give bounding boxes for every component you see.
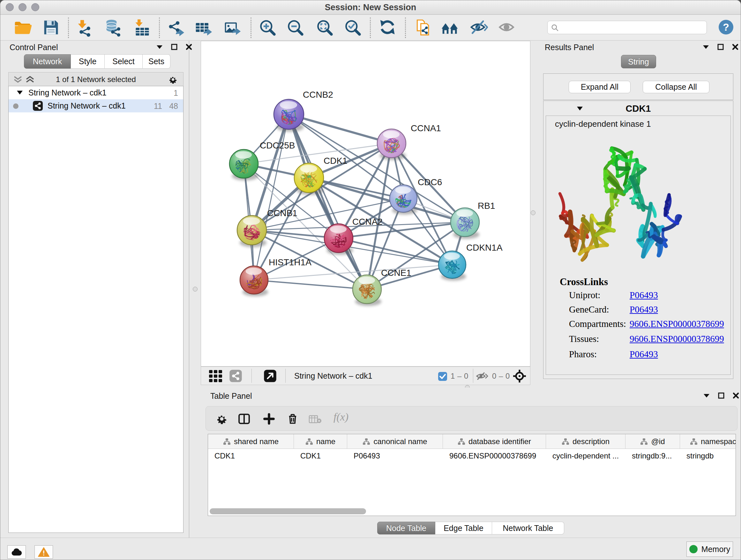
current-network-name: String Network – cdk1 [294,371,373,381]
tab-sets[interactable]: Sets [143,54,171,69]
delete-column-trash-icon[interactable] [286,413,299,425]
zoom-fit-icon[interactable] [316,19,334,37]
float-table-icon[interactable] [718,392,725,399]
cloud-button[interactable] [7,545,26,559]
expand-all-button[interactable]: Expand All [569,81,630,93]
add-column-icon[interactable] [263,413,275,425]
grid-view-icon[interactable] [209,369,223,383]
search-field[interactable] [561,22,701,33]
tab-node-table[interactable]: Node Table [377,522,435,535]
column-header-namespace[interactable]: namespace [680,434,736,449]
refresh-icon[interactable] [379,19,397,37]
zoom-out-icon[interactable] [286,19,305,37]
collapse-all-button[interactable]: Collapse All [643,81,710,93]
table-settings-gear-icon[interactable] [216,413,228,425]
graph-node-RB1[interactable]: RB1 [451,201,495,239]
network-row[interactable]: String Network – cdk1 11 48 [9,99,183,112]
graph-node-CCNE1[interactable]: CCNE1 [353,268,411,306]
open-in-window-icon[interactable] [264,369,277,382]
column-header--id[interactable]: @id [625,434,680,449]
status-bar: Memory [0,538,741,560]
column-header-canonical-name[interactable]: canonical name [347,434,443,449]
table-cell[interactable]: cyclin-dependent ... [546,449,625,462]
table-menu-icon[interactable] [703,393,710,398]
graph-node-CDKN1A[interactable]: CDKN1A [439,243,502,281]
results-menu-icon[interactable] [702,44,710,50]
import-table-icon[interactable] [133,19,151,37]
import-database-icon[interactable] [105,19,122,37]
save-icon[interactable] [43,19,60,37]
close-table-icon[interactable] [732,392,739,399]
graph-node-CCNB1[interactable]: CCNB1 [237,208,297,247]
network-options-gear-icon[interactable] [168,75,178,84]
export-network-icon[interactable] [167,19,185,37]
open-folder-icon[interactable] [14,19,31,37]
column-type-icon [562,438,569,445]
collection-expand-icon[interactable] [16,90,23,95]
column-header-shared-name[interactable]: shared name [208,434,294,449]
crosslink-value[interactable]: P06493 [630,304,658,315]
collection-label: String Network – cdk1 [28,88,107,98]
table-cell[interactable]: stringdb:9... [625,449,680,462]
table-cell[interactable]: stringdb [680,449,736,462]
import-network-icon[interactable] [76,19,94,37]
control-panel-title: Control Panel [10,43,58,52]
show-columns-icon[interactable] [238,413,250,425]
main-toolbar: ? [0,15,741,41]
gene-description: cyclin-dependent kinase 1 [555,119,651,129]
memory-button[interactable]: Memory [686,542,733,557]
table-cell[interactable]: CDK1 [208,449,294,462]
graph-node-CCNA1[interactable]: CCNA1 [377,123,441,160]
table-hscrollbar[interactable] [210,508,366,514]
warnings-button[interactable] [35,545,53,559]
first-neighbors-icon[interactable] [441,19,459,37]
search-input[interactable] [547,21,707,34]
graph-node-CDC25B[interactable]: CDC25B [229,140,295,180]
crosslink-label: Uniprot: [569,290,600,300]
toolbar-separator [405,17,406,38]
birdseye-view-icon[interactable] [513,369,527,383]
column-header-name[interactable]: name [294,434,347,449]
table-cell[interactable]: 9606.ENSP00000378699 [443,449,546,462]
panel-menu-icon[interactable] [156,44,163,50]
warning-icon [38,547,50,557]
left-splitter-handle[interactable] [193,287,198,292]
zoom-in-icon[interactable] [259,19,277,37]
crosslink-value[interactable]: P06493 [630,290,658,300]
tab-network[interactable]: Network [24,54,71,69]
svg-text:CCNB1: CCNB1 [267,208,297,218]
tab-style[interactable]: Style [71,54,105,69]
close-results-icon[interactable] [732,44,739,51]
column-header-description[interactable]: description [546,434,625,449]
hide-selected-icon[interactable] [470,19,488,37]
crosslink-value[interactable]: 9606.ENSP00000378699 [630,334,724,344]
crosslink-value[interactable]: P06493 [630,349,658,360]
network-view-canvas[interactable]: CCNB2CCNA1CDC25BCDK1CDC6RB1CCNB1CCNA2CDK… [201,41,530,367]
float-results-icon[interactable] [717,44,724,51]
clone-network-icon[interactable] [415,19,433,37]
zoom-selected-icon[interactable] [344,19,362,37]
table-cell[interactable]: CDK1 [294,449,347,462]
gene-header[interactable]: CDK1 [543,101,733,116]
float-panel-icon[interactable] [171,44,178,51]
column-header-database-identifier[interactable]: database identifier [443,434,546,449]
network-collection-row[interactable]: String Network – cdk1 1 [9,86,183,99]
results-panel: Results Panel String Expand All Collapse… [534,41,741,387]
network-view-toolbar: String Network – cdk1 1 – 0 0 – 0 [201,367,530,385]
graph-node-CDC6[interactable]: CDC6 [390,177,442,214]
close-panel-icon[interactable] [185,44,192,51]
table-cell[interactable]: P06493 [347,449,443,462]
tab-network-table[interactable]: Network Table [492,522,564,535]
export-table-icon[interactable] [195,19,212,37]
help-button[interactable]: ? [719,20,733,35]
share-network-icon[interactable] [229,369,242,382]
show-all-icon[interactable] [498,19,516,37]
tab-select[interactable]: Select [105,54,143,69]
tab-edge-table[interactable]: Edge Table [435,522,492,535]
memory-label: Memory [701,545,730,554]
table-panel: Table Panel [190,388,741,538]
tab-string[interactable]: String [621,55,656,68]
crosslink-value[interactable]: 9606.ENSP00000378699 [630,319,724,329]
export-image-icon[interactable] [223,19,241,37]
svg-text:CCNB2: CCNB2 [303,90,333,100]
